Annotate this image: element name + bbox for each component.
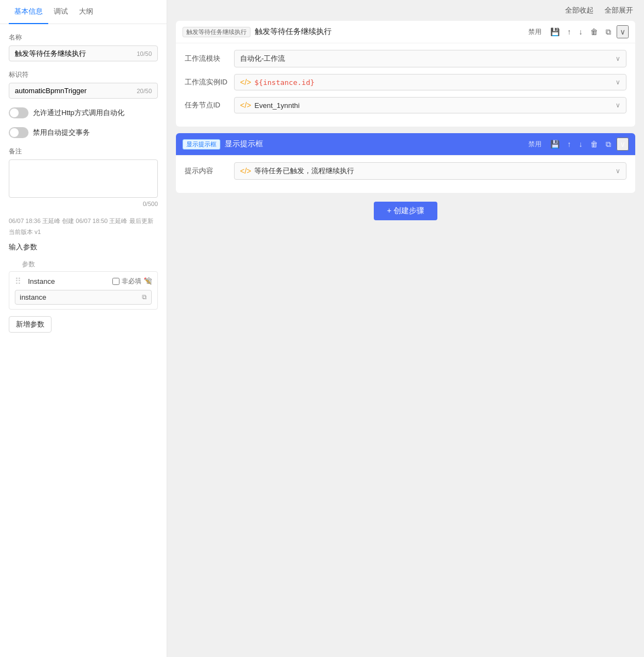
step2-chevron-btn[interactable]: ∨: [617, 138, 629, 151]
step2-field-0: 提示内容 </> 等待任务已触发，流程继续执行 ∨: [185, 162, 626, 180]
code-icon-1: </>: [240, 78, 251, 87]
code-icon-2: </>: [240, 101, 251, 110]
http-toggle-label: 允许通过Http方式调用自动化: [33, 108, 124, 118]
auto-submit-toggle[interactable]: [9, 127, 29, 138]
tab-basic[interactable]: 基本信息: [9, 0, 48, 24]
step1-field-1-value: ${instance.id}: [254, 78, 615, 87]
tab-outline[interactable]: 大纲: [73, 0, 99, 24]
delete-param-icon[interactable]: 🗑: [145, 276, 153, 285]
step1-delete-btn[interactable]: 🗑: [588, 26, 600, 37]
step2-delete-btn[interactable]: 🗑: [588, 139, 600, 150]
param-name: Instance: [28, 277, 108, 285]
step2-field-0-value: 等待任务已触发，流程继续执行: [254, 166, 615, 176]
step1-header: 触发等待任务继续执行 触发等待任务继续执行 禁用 💾 ↑ ↓ 🗑 ⧉ ∨: [176, 21, 635, 43]
params-title: 输入参数: [9, 242, 158, 252]
create-step-button[interactable]: + 创建步骤: [374, 202, 437, 220]
step1-body: 工作流模块 自动化-工作流 ∨ 工作流实例ID </> ${instance.i…: [176, 43, 635, 127]
step2-down-btn[interactable]: ↓: [577, 139, 585, 150]
http-toggle-row: 允许通过Http方式调用自动化: [9, 107, 158, 118]
remark-textarea[interactable]: [9, 159, 158, 198]
name-group: 名称 10/50: [9, 33, 158, 61]
step1-field-0-value: 自动化-工作流: [240, 54, 615, 64]
step2-up-btn[interactable]: ↑: [565, 139, 573, 150]
tab-bar: 基本信息 调试 大纲: [0, 0, 167, 24]
step1-field-2: 任务节点ID </> Event_1ynnthi ∨: [185, 97, 626, 113]
step2-field-0-expand[interactable]: ∨: [615, 167, 620, 175]
step1-field-1-expand[interactable]: ∨: [615, 78, 620, 86]
step1-field-1: 工作流实例ID </> ${instance.id} ∨: [185, 74, 626, 90]
right-panel: 全部收起 全部展开 触发等待任务继续执行 触发等待任务继续执行 禁用 💾 ↑ ↓…: [167, 0, 644, 657]
step2-field-0-label: 提示内容: [185, 166, 234, 176]
step1-field-0: 工作流模块 自动化-工作流 ∨: [185, 50, 626, 67]
step1-field-0-value-box[interactable]: 自动化-工作流 ∨: [234, 50, 626, 67]
step1-field-2-label: 任务节点ID: [185, 100, 234, 110]
required-label: 非必填: [122, 277, 141, 286]
param-row: ⠿ Instance 非必填 ✏️ 🗑 instance ⧉: [9, 271, 158, 310]
id-char-count: 20/50: [136, 88, 152, 94]
step1-actions: 禁用 💾 ↑ ↓ 🗑 ⧉ ∨: [525, 25, 629, 38]
step1-field-1-value-box[interactable]: </> ${instance.id} ∨: [234, 74, 626, 90]
remark-label: 备注: [9, 147, 158, 156]
step1-copy-btn[interactable]: ⧉: [603, 26, 613, 38]
param-top: ⠿ Instance 非必填 ✏️ 🗑: [15, 276, 152, 287]
step2-actions: 禁用 💾 ↑ ↓ 🗑 ⧉ ∨: [525, 138, 629, 151]
step1-down-btn[interactable]: ↓: [577, 26, 585, 37]
create-step-wrapper: + 创建步骤: [176, 202, 635, 220]
right-content: 触发等待任务继续执行 触发等待任务继续执行 禁用 💾 ↑ ↓ 🗑 ⧉ ∨ 工作流…: [167, 21, 644, 657]
step1-field-0-expand[interactable]: ∨: [615, 55, 620, 62]
id-label: 标识符: [9, 70, 158, 79]
step2-disable-btn[interactable]: 禁用: [525, 139, 545, 150]
param-value-box: instance ⧉: [15, 290, 152, 305]
name-label: 名称: [9, 33, 158, 42]
id-group: 标识符 20/50: [9, 70, 158, 99]
name-char-count: 10/50: [136, 50, 152, 57]
step2-copy-btn[interactable]: ⧉: [603, 139, 613, 150]
id-input-wrapper[interactable]: 20/50: [9, 83, 158, 99]
step1-field-2-expand[interactable]: ∨: [615, 101, 620, 109]
step-block-2: 显示提示框 显示提示框 禁用 💾 ↑ ↓ 🗑 ⧉ ∨ 提示内容 </>: [176, 133, 635, 193]
step2-save-btn[interactable]: 💾: [548, 139, 562, 150]
step1-up-btn[interactable]: ↑: [565, 26, 573, 37]
auto-submit-toggle-label: 禁用自动提交事务: [33, 128, 90, 138]
step2-header: 显示提示框 显示提示框 禁用 💾 ↑ ↓ 🗑 ⧉ ∨: [176, 133, 635, 156]
code-icon-3: </>: [240, 167, 251, 175]
expand-all-btn[interactable]: 全部展开: [602, 4, 635, 16]
param-value: instance: [20, 293, 142, 301]
left-panel: 基本信息 调试 大纲 名称 10/50 标识符 20/50 允许通过Http方式…: [0, 0, 167, 657]
step1-field-2-value-box[interactable]: </> Event_1ynnthi ∨: [234, 97, 626, 113]
meta-info: 06/07 18:36 王延峰 创建 06/07 18:50 王延峰 最后更新 …: [9, 216, 158, 238]
step-block-1: 触发等待任务继续执行 触发等待任务继续执行 禁用 💾 ↑ ↓ 🗑 ⧉ ∨ 工作流…: [176, 21, 635, 127]
panel-content: 名称 10/50 标识符 20/50 允许通过Http方式调用自动化 禁用自动提…: [0, 24, 167, 657]
step2-tag: 显示提示框: [183, 139, 220, 150]
meta-version: 当前版本 v1: [9, 227, 158, 238]
right-header: 全部收起 全部展开: [167, 0, 644, 21]
step1-field-2-value: Event_1ynnthi: [254, 101, 615, 110]
auto-submit-toggle-row: 禁用自动提交事务: [9, 127, 158, 138]
name-input[interactable]: [15, 49, 136, 58]
remark-group: 备注 0/500: [9, 147, 158, 207]
http-toggle[interactable]: [9, 107, 29, 118]
name-input-wrapper[interactable]: 10/50: [9, 45, 158, 61]
step1-disable-btn[interactable]: 禁用: [525, 26, 545, 38]
id-input[interactable]: [15, 87, 136, 95]
param-header: 参数: [9, 258, 158, 271]
step1-chevron-btn[interactable]: ∨: [617, 25, 629, 38]
add-param-button[interactable]: 新增参数: [9, 316, 52, 333]
remark-char-count: 0/500: [9, 201, 158, 207]
collapse-all-btn[interactable]: 全部收起: [563, 4, 596, 16]
required-checkbox[interactable]: [112, 278, 119, 285]
tab-debug[interactable]: 调试: [48, 0, 73, 24]
step1-title: 触发等待任务继续执行: [255, 27, 525, 37]
step2-title: 显示提示框: [225, 139, 525, 149]
param-col-header: 参数: [22, 260, 35, 269]
meta-created: 06/07 18:36 王延峰 创建 06/07 18:50 王延峰 最后更新: [9, 216, 158, 227]
step1-field-1-label: 工作流实例ID: [185, 77, 234, 87]
step1-field-0-label: 工作流模块: [185, 54, 234, 64]
drag-handle-icon[interactable]: ⠿: [15, 276, 21, 287]
copy-icon[interactable]: ⧉: [142, 293, 147, 301]
step1-save-btn[interactable]: 💾: [548, 26, 562, 37]
step2-field-0-value-box[interactable]: </> 等待任务已触发，流程继续执行 ∨: [234, 162, 626, 180]
step1-tag: 触发等待任务继续执行: [183, 27, 250, 37]
step2-body: 提示内容 </> 等待任务已触发，流程继续执行 ∨: [176, 156, 635, 193]
